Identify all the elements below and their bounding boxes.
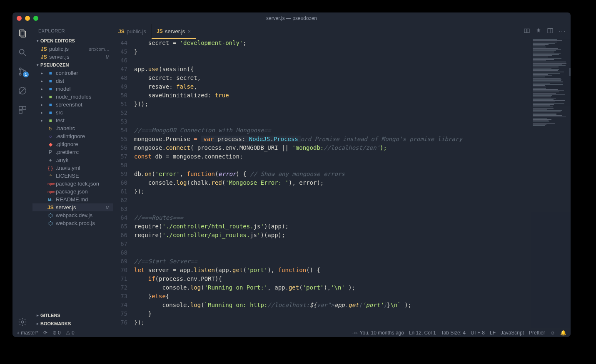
source-control-icon[interactable]: 1	[17, 66, 28, 77]
settings-gear-icon[interactable]	[17, 316, 28, 328]
js-icon: JS	[47, 205, 53, 210]
prettier-icon: P	[47, 149, 53, 155]
editor-group: JSpublic.jsJSserver.js× ··· 444546474849…	[113, 24, 571, 328]
file-item[interactable]: npmpackage.json	[32, 188, 113, 196]
warnings-count[interactable]: ⚠ 0	[66, 330, 75, 336]
indent-status[interactable]: Tab Size: 4	[441, 330, 466, 336]
editor-actions: ···	[524, 24, 571, 39]
md-icon: M↓	[47, 198, 53, 202]
folder-icon: ■	[47, 78, 53, 84]
minimap[interactable]	[531, 39, 571, 328]
more-actions-icon[interactable]: ···	[559, 28, 566, 35]
errors-count[interactable]: ⊘ 0	[52, 330, 61, 336]
folderg-icon: ■	[47, 94, 53, 100]
source-control-badge: 1	[23, 72, 29, 77]
folder-item[interactable]: ▸■node_modules	[32, 93, 113, 101]
explorer-icon[interactable]	[17, 27, 28, 39]
file-item[interactable]: ⬡webpack.dev.js	[32, 211, 113, 219]
js-file-icon: JS	[118, 29, 124, 35]
editor-tab[interactable]: JSserver.js×	[152, 24, 196, 39]
debug-icon[interactable]	[17, 85, 28, 97]
chevron-right-icon: ▸	[41, 102, 45, 107]
encoding-status[interactable]: UTF-8	[471, 330, 485, 336]
line-number-gutter: 4445464748495051525354555657585960616263…	[113, 39, 134, 328]
window-title: server.js — pseudozen	[266, 15, 317, 21]
git-sync-icon[interactable]: ⟳	[43, 330, 47, 336]
webpack-icon: ⬡	[47, 220, 53, 226]
chevron-right-icon: ▸	[41, 79, 45, 83]
file-item[interactable]: JSserver.jsM	[32, 203, 113, 211]
gitlens-header[interactable]: ▸ GITLENS	[32, 311, 113, 319]
git-branch[interactable]: ᚼ master*	[17, 330, 38, 336]
js-file-icon: JS	[41, 54, 47, 60]
folder-icon: ■	[47, 102, 53, 108]
editor-tab[interactable]: JSpublic.js	[113, 24, 152, 39]
folder-item[interactable]: ▸■test	[32, 116, 113, 124]
chevron-down-icon: ▾	[37, 39, 39, 43]
file-item[interactable]: ⬡webpack.prod.js	[32, 219, 113, 227]
svg-rect-10	[23, 106, 26, 109]
folder-item[interactable]: ▸■src	[32, 109, 113, 116]
gitlens-icon[interactable]	[535, 27, 542, 35]
notifications-icon[interactable]: 🔔	[560, 330, 566, 336]
eol-status[interactable]: LF	[490, 330, 496, 336]
file-tree: ▸■controller▸■dist▸■model▸■node_modules▸…	[32, 69, 113, 311]
tab-bar: JSpublic.jsJSserver.js× ···	[113, 24, 571, 39]
folder-icon: ■	[47, 86, 53, 92]
split-editor-icon[interactable]	[547, 27, 554, 35]
folder-item[interactable]: ▸■model	[32, 85, 113, 93]
svg-point-2	[20, 50, 24, 54]
babel-icon: ᵬ	[47, 126, 53, 131]
window-close-light[interactable]	[17, 16, 22, 21]
npm-icon: npm	[47, 182, 53, 186]
compare-icon[interactable]	[524, 27, 530, 35]
bookmarks-header[interactable]: ▸ BOOKMARKS	[32, 319, 113, 328]
git-blame-inline[interactable]: -○- You, 10 months ago	[352, 330, 404, 336]
feedback-icon[interactable]: ☺	[550, 330, 555, 336]
chevron-down-icon: ▾	[37, 63, 39, 67]
file-item[interactable]: M↓README.md	[32, 196, 113, 203]
open-editor-item[interactable]: JSpublic.jssrc/com…	[32, 45, 113, 53]
folder-icon: ■	[47, 70, 53, 76]
svg-rect-9	[19, 106, 22, 109]
window-maximize-light[interactable]	[33, 16, 38, 21]
chevron-right-icon: ▸	[41, 71, 45, 75]
folder-item[interactable]: ▸■screenshot	[32, 101, 113, 109]
folder-item[interactable]: ▸■dist	[32, 77, 113, 85]
file-item[interactable]: { }.travis.yml	[32, 164, 113, 172]
svg-rect-14	[527, 29, 529, 32]
project-header[interactable]: ▾ PSEUDOZEN	[32, 61, 113, 69]
file-item[interactable]: ᵬ.babelrc	[32, 124, 113, 132]
eslint-icon: ○	[47, 134, 53, 139]
code-editor[interactable]: 4445464748495051525354555657585960616263…	[113, 39, 571, 328]
js-file-icon: JS	[41, 46, 47, 52]
code-content[interactable]: secret = 'development-only'; } app.use(s…	[134, 39, 571, 328]
file-item[interactable]: P.prettierrc	[32, 148, 113, 156]
minimap-viewport-indicator	[569, 68, 571, 76]
chevron-right-icon: ▸	[41, 118, 45, 123]
open-editors-header[interactable]: ▾ OPEN EDITORS	[32, 37, 113, 45]
chevron-right-icon: ▸	[41, 110, 45, 115]
webpack-icon: ⬡	[47, 213, 53, 218]
search-icon[interactable]	[17, 47, 28, 58]
formatter-status[interactable]: Prettier	[529, 330, 545, 336]
sidebar: EXPLORER ▾ OPEN EDITORS JSpublic.jssrc/c…	[32, 24, 113, 328]
titlebar: server.js — pseudozen	[12, 12, 571, 24]
file-item[interactable]: npmpackage-lock.json	[32, 180, 113, 188]
extensions-icon[interactable]	[17, 104, 28, 116]
chevron-right-icon: ▸	[37, 322, 39, 326]
file-item[interactable]: ◆.gitignore	[32, 140, 113, 148]
file-item[interactable]: ●.snyk	[32, 156, 113, 164]
svg-point-4	[19, 68, 21, 70]
folder-item[interactable]: ▸■controller	[32, 69, 113, 77]
cursor-position[interactable]: Ln 12, Col 1	[409, 330, 436, 336]
open-editor-item[interactable]: JSserver.jsM	[32, 53, 113, 61]
snyk-icon: ●	[47, 157, 53, 163]
close-tab-icon[interactable]: ×	[187, 28, 191, 35]
file-item[interactable]: ᴬLICENSE	[32, 172, 113, 180]
travis-icon: { }	[47, 165, 53, 171]
git-icon: ◆	[47, 141, 53, 147]
language-mode[interactable]: JavaScript	[501, 330, 524, 336]
file-item[interactable]: ○.eslintignore	[32, 132, 113, 140]
window-minimize-light[interactable]	[25, 16, 30, 21]
